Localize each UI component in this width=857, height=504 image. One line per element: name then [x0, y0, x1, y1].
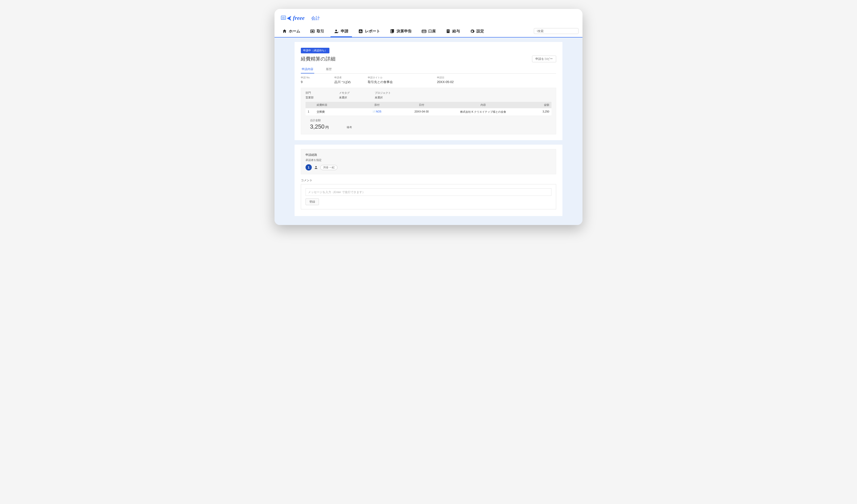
card-icon: [422, 29, 426, 34]
svg-rect-0: [281, 16, 286, 19]
tab-content[interactable]: 申請内容: [301, 65, 314, 73]
note-label: 備考: [347, 125, 352, 129]
total-label: 合計金額: [310, 119, 329, 122]
person-check-icon: [334, 29, 339, 34]
body-area: 申請中（承認待ち） 経費精算の詳細 申請をコピー 申請内容 履歴 申請 No. …: [274, 37, 583, 225]
row-account: 交際費: [317, 110, 355, 114]
nav-transactions-label: 取引: [317, 29, 324, 34]
route-title: 申請経路: [305, 153, 552, 157]
memo-value: 未選択: [339, 96, 375, 100]
svg-rect-12: [361, 31, 362, 32]
nav-home-label: ホーム: [289, 29, 300, 34]
nav-reports[interactable]: レポート: [355, 27, 384, 37]
comment-area: 登録: [301, 184, 556, 209]
meta-title-label: 申請タイトル: [368, 76, 437, 79]
expense-table-head: 経費科目 添付 日付 内容 金額: [305, 102, 552, 108]
nav-payroll[interactable]: 給与: [442, 27, 464, 37]
freee-logo-icon: freee 会計: [281, 14, 325, 23]
comment-section-label: コメント: [301, 178, 556, 182]
dept-label: 部門: [305, 91, 339, 95]
svg-rect-16: [422, 31, 426, 32]
route-sub: 承認者を指定: [305, 158, 552, 162]
meta-no-label: 申請 No.: [301, 76, 334, 79]
nav-closing-label: 決算申告: [397, 29, 412, 34]
status-badge: 申請中（承認待ち）: [301, 48, 330, 53]
nav-home[interactable]: ホーム: [279, 27, 304, 37]
nav-payroll-label: 給与: [452, 29, 460, 34]
search-icon: [536, 30, 537, 33]
row-idx: 1: [308, 110, 317, 114]
comment-input[interactable]: [305, 188, 552, 196]
page-title: 経費精算の詳細: [301, 55, 335, 62]
svg-point-8: [335, 30, 337, 31]
svg-rect-11: [360, 30, 361, 32]
meta-date-label: 申請日: [437, 76, 556, 79]
person-icon: [314, 165, 318, 169]
svg-rect-14: [391, 29, 394, 32]
project-value: 未選択: [375, 96, 552, 100]
home-icon: [282, 29, 287, 34]
col-attach: 添付: [355, 103, 399, 107]
svg-rect-7: [311, 31, 313, 32]
svg-rect-18: [447, 31, 449, 31]
meta-applicant-value: 品川 つばめ: [334, 80, 368, 84]
brand-logo: freee 会計: [281, 14, 576, 23]
col-account: 経費科目: [317, 103, 355, 107]
chart-icon: [358, 29, 363, 34]
total-value: 3,250: [310, 123, 324, 130]
memo-label: メモタグ: [339, 91, 375, 95]
row-desc: 株式会社 K クリエイティブ様との会食: [444, 110, 522, 114]
svg-point-19: [536, 30, 537, 31]
svg-text:freee: freee: [293, 15, 305, 21]
nav-settings[interactable]: 設定: [466, 27, 488, 37]
tab-history[interactable]: 履歴: [325, 65, 333, 73]
row-amount: 3,250: [522, 110, 549, 114]
receipt-icon: [446, 29, 451, 34]
section-separator: [288, 140, 569, 145]
dept-value: 営業部: [305, 96, 339, 100]
nav-transactions[interactable]: 取引: [306, 27, 328, 37]
table-row: 1 交際費 NO5 20XX-04-30 株式会社 K クリエイティブ様との会食…: [305, 108, 552, 116]
search-box[interactable]: [534, 28, 578, 34]
nav-accounts[interactable]: 口座: [418, 27, 439, 37]
detail-tabs: 申請内容 履歴: [301, 65, 556, 74]
col-idx: [308, 103, 317, 107]
attachment-link[interactable]: NO5: [372, 110, 381, 113]
meta-title-value: 取引先との食事会: [368, 80, 437, 84]
meta-date-value: 20XX-05-02: [437, 80, 556, 84]
nav-accounts-label: 口座: [428, 29, 436, 34]
col-amount: 金額: [522, 103, 549, 107]
request-meta: 申請 No. 9 申請者 品川 つばめ 申請タイトル 取引先との食事会 申請日 …: [301, 76, 556, 84]
search-input[interactable]: [537, 29, 576, 33]
gear-icon: [470, 29, 475, 34]
col-desc: 内容: [444, 103, 522, 107]
app-window: freee 会計 ホーム 取引 申請 レポート 決算申告 口座: [274, 9, 583, 225]
documents-icon: [390, 29, 395, 34]
svg-point-21: [315, 166, 317, 167]
row-date: 20XX-04-30: [399, 110, 444, 114]
meta-applicant-label: 申請者: [334, 76, 368, 79]
copy-request-button[interactable]: 申請をコピー: [532, 55, 556, 62]
nav-closing[interactable]: 決算申告: [386, 27, 415, 37]
approver-chip[interactable]: 渋谷 一紀: [320, 165, 337, 170]
nav-requests-label: 申請: [341, 29, 348, 34]
nav-settings-label: 設定: [476, 29, 484, 34]
route-step-badge: 1: [305, 164, 312, 170]
project-label: プロジェクト: [375, 91, 552, 95]
total-unit: 円: [325, 125, 329, 129]
col-date: 日付: [399, 103, 444, 107]
main-nav: ホーム 取引 申請 レポート 決算申告 口座 給与 設定: [274, 24, 583, 37]
content-panel: 申請中（承認待ち） 経費精算の詳細 申請をコピー 申請内容 履歴 申請 No. …: [295, 42, 562, 216]
nav-reports-label: レポート: [365, 29, 380, 34]
expense-detail-box: 部門 営業部 メモタグ 未選択 プロジェクト 未選択: [301, 88, 556, 134]
comment-submit-button[interactable]: 登録: [305, 198, 319, 205]
svg-line-20: [537, 31, 537, 32]
svg-rect-10: [359, 31, 360, 32]
nav-requests[interactable]: 申請: [331, 27, 352, 37]
meta-no-value: 9: [301, 80, 334, 84]
inbox-icon: [310, 29, 315, 34]
approval-route-box: 申請経路 承認者を指定 1 渋谷 一紀: [301, 149, 556, 174]
svg-text:会計: 会計: [311, 16, 320, 20]
header: freee 会計: [274, 9, 583, 24]
